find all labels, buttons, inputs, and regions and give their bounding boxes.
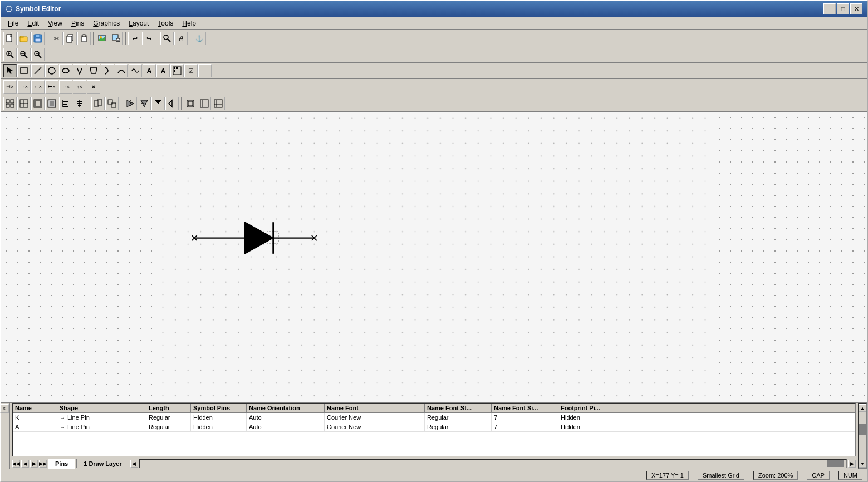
tab-drawlayer[interactable]: 1 Draw Layer [76,459,129,468]
paste-button[interactable] [77,32,91,45]
svg-rect-40 [11,104,14,107]
nav-next-button[interactable]: ▶ [30,460,38,468]
grid2-button[interactable] [17,97,31,110]
cell-name-a: A [13,422,57,431]
svg-rect-58 [108,100,112,104]
cut-button[interactable]: ✂ [50,32,63,45]
pinmode4-button[interactable]: ⊢× [45,80,58,94]
panel-close-button[interactable]: × [0,404,9,413]
align-center-button[interactable] [73,97,86,110]
zoom-button[interactable] [160,32,174,45]
redo-button[interactable]: ↪ [142,32,155,45]
nav-prev-button[interactable]: ◀ [21,460,29,468]
menu-help[interactable]: Help [178,18,200,28]
grid4-button[interactable] [45,97,58,110]
scroll-right-button[interactable]: ▶ [848,460,856,468]
circle-tool-button[interactable] [45,64,58,77]
arc3-tool-button[interactable] [115,64,128,77]
bottom-panel: × Name Shape Length Symbol Pins Name Ori… [1,402,867,469]
title-bar: ⎔ Symbol Editor _ □ ✕ [1,1,867,17]
ellipse-tool-button[interactable] [59,64,72,77]
imgcopy-button[interactable] [96,32,109,45]
trapezoid-tool-button[interactable] [87,64,100,77]
table-row[interactable]: A → Line Pin Regular Hidden Auto Courier… [13,422,855,432]
save-button[interactable] [31,32,45,45]
svg-marker-27 [7,67,13,74]
horizontal-scrollbar[interactable] [139,459,847,468]
custom-tool-button[interactable]: ⛶ [198,64,212,77]
menu-graphics[interactable]: Graphics [89,18,124,28]
cell-namefont-k: Courier New [325,413,425,422]
bitmap-tool-button[interactable] [170,64,184,77]
flip-button[interactable] [151,97,165,110]
num-lock: NUM [838,471,862,480]
align-left-button[interactable] [59,97,72,110]
grid-header: Name Shape Length Symbol Pins Name Orien… [13,404,855,413]
imgpaste-button[interactable] [110,32,123,45]
pinmode2-button[interactable]: →× [17,80,31,94]
group2-button[interactable] [105,97,119,110]
close-button[interactable]: ✕ [850,3,862,14]
flip-v-button[interactable] [138,97,151,110]
anchor-button[interactable]: ⚓ [193,32,206,45]
arc1-tool-button[interactable] [73,64,86,77]
maximize-button[interactable]: □ [837,3,849,14]
curve-tool-button[interactable] [129,64,142,77]
pinclose-button[interactable]: × [87,80,100,94]
copy-button[interactable] [63,32,77,45]
menu-pins[interactable]: Pins [67,18,89,28]
check-tool-button[interactable]: ☑ [184,64,198,77]
tab-pins[interactable]: Pins [48,459,75,469]
rotate-button[interactable] [165,97,179,110]
undo-button[interactable]: ↩ [128,32,141,45]
svg-rect-9 [82,35,86,37]
arc2-tool-button[interactable] [101,64,114,77]
print-button[interactable]: 🖨 [174,32,188,45]
vertical-scrollbar[interactable]: ▲ ▼ [858,403,867,469]
frame3-button[interactable] [212,97,225,110]
cell-nameorient-k: Auto [247,413,325,422]
menu-tools[interactable]: Tools [153,18,178,28]
svg-marker-65 [169,100,172,107]
nav-last-button[interactable]: ▶▶ [39,460,47,468]
svg-marker-32 [90,68,97,73]
pinmode5-button[interactable]: ↔× [59,80,72,94]
flip-h-button[interactable] [124,97,137,110]
menu-view[interactable]: View [43,18,67,28]
app-icon: ⎔ [6,4,12,13]
new-button[interactable] [3,32,17,45]
line-tool-button[interactable] [31,64,45,77]
scroll-up-button[interactable]: ▲ [859,404,866,412]
minimize-button[interactable]: _ [823,3,836,14]
text-tool-button[interactable]: A [143,64,156,77]
cell-namefont-a: Courier New [325,422,425,431]
zoomfit-button[interactable] [17,48,31,61]
grid3-button[interactable] [31,97,45,110]
menu-file[interactable]: File [3,18,23,28]
textA-tool-button[interactable]: A [156,64,170,77]
zoomout-button[interactable] [31,48,45,61]
svg-rect-7 [67,36,72,42]
frame2-button[interactable] [198,97,211,110]
grid1-button[interactable] [3,97,17,110]
pinmode3-button[interactable]: ←× [31,80,45,94]
frame1-button[interactable] [184,97,197,110]
table-row[interactable]: K → Line Pin Regular Hidden Auto Courier… [13,413,855,422]
menu-edit[interactable]: Edit [23,18,43,28]
scroll-left-button[interactable]: ◀ [130,460,138,468]
cell-nameorient-a: Auto [247,422,325,431]
rect-tool-button[interactable] [17,64,31,77]
coordinates: X=177 Y= 1 [646,471,689,480]
scroll-down-button[interactable]: ▼ [859,460,866,468]
open-button[interactable] [17,32,31,45]
nav-first-button[interactable]: ◀◀ [12,460,20,468]
pinmode1-button[interactable]: ⊣× [3,80,17,94]
select-tool-button[interactable] [3,64,17,77]
menu-layout[interactable]: Layout [124,18,153,28]
cell-namefontsi-a: 7 [492,422,558,431]
canvas-area[interactable] [1,112,867,402]
pinmode6-button[interactable]: ↕× [73,80,86,94]
toolbar-main: ✂ ↩ ↪ 🖨 ⚓ [1,30,867,112]
zoomin-button[interactable] [3,48,17,61]
group1-button[interactable] [91,97,105,110]
